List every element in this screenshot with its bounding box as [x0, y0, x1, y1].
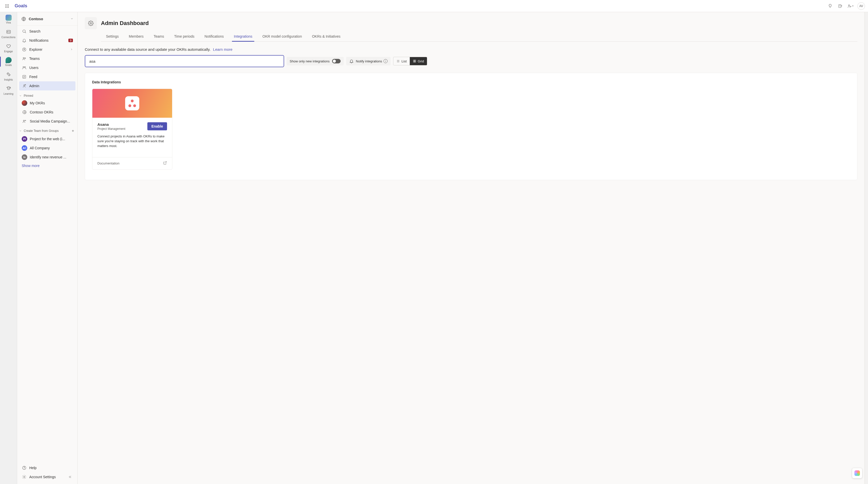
- nav-notifications[interactable]: Notifications 9: [19, 36, 75, 45]
- people-icon: [22, 118, 27, 124]
- integration-category: Project Management: [97, 127, 125, 131]
- svg-point-17: [23, 48, 26, 51]
- tab-okrs-initiatives[interactable]: OKRs & Initiatives: [307, 32, 345, 41]
- avatar-icon: [22, 100, 27, 106]
- view-switch: List Grid: [393, 57, 427, 65]
- group-identify-revenue[interactable]: In Identify new revenue ...: [19, 152, 75, 162]
- immersive-reader-icon[interactable]: [836, 1, 845, 10]
- app-title[interactable]: Goals: [14, 3, 27, 8]
- integrations-panel: Data Integrations Asana Project Manageme…: [85, 73, 858, 180]
- info-icon[interactable]: i: [383, 59, 388, 63]
- rail-learning[interactable]: Learning: [0, 83, 17, 97]
- pin-label: Social Media Campaign...: [30, 119, 70, 123]
- rail-label: Viva: [6, 21, 11, 24]
- toggle-switch[interactable]: [332, 59, 341, 63]
- svg-rect-34: [413, 61, 414, 62]
- rail-label: Engage: [4, 50, 12, 53]
- svg-rect-33: [414, 60, 415, 61]
- nav-teams[interactable]: Teams: [19, 54, 75, 63]
- view-list-button[interactable]: List: [393, 57, 409, 65]
- connections-icon: [5, 28, 12, 35]
- admin-icon: [22, 83, 27, 88]
- svg-point-24: [25, 84, 26, 85]
- tabs: Settings Members Teams Time periods Noti…: [101, 32, 858, 42]
- rail-label: Learning: [3, 92, 13, 95]
- svg-point-21: [25, 67, 26, 68]
- integrations-search[interactable]: [85, 55, 284, 67]
- notify-label: Notify integrations: [356, 59, 382, 63]
- nav-label: Admin: [29, 84, 39, 88]
- search-input[interactable]: [89, 59, 280, 63]
- tab-integrations[interactable]: Integrations: [229, 32, 257, 41]
- tab-members[interactable]: Members: [124, 32, 149, 41]
- group-all-company[interactable]: AC All Company: [19, 143, 75, 152]
- nav-admin[interactable]: Admin: [19, 81, 75, 90]
- documentation-link[interactable]: Documentation: [97, 162, 119, 165]
- nav-users[interactable]: Users: [19, 63, 75, 72]
- tab-okr-model[interactable]: OKR model configuration: [257, 32, 307, 41]
- feed-icon: [22, 74, 27, 79]
- show-more-link[interactable]: Show more: [17, 162, 78, 170]
- chevron-down-icon: [19, 129, 23, 133]
- tab-time-periods[interactable]: Time periods: [169, 32, 199, 41]
- notification-badge: 9: [68, 39, 73, 42]
- rail-connections[interactable]: Connections: [0, 26, 17, 40]
- svg-point-27: [25, 120, 26, 121]
- svg-point-5: [8, 5, 9, 6]
- enable-button[interactable]: Enable: [147, 122, 167, 130]
- copilot-button[interactable]: [852, 468, 863, 479]
- rail-viva[interactable]: Viva: [0, 12, 17, 26]
- tab-notifications[interactable]: Notifications: [199, 32, 229, 41]
- user-avatar[interactable]: AV: [858, 2, 865, 10]
- scrollbar[interactable]: [865, 0, 868, 484]
- tab-teams[interactable]: Teams: [149, 32, 169, 41]
- svg-point-3: [5, 5, 6, 6]
- rail-insights[interactable]: Insights: [0, 69, 17, 83]
- card-hero: [92, 89, 172, 118]
- globe-icon: [21, 17, 26, 22]
- search-icon: [22, 29, 27, 34]
- nav-explorer[interactable]: Explorer: [19, 45, 75, 54]
- pinned-contoso-okrs[interactable]: Contoso OKRs: [19, 108, 75, 117]
- nav-feed[interactable]: Feed: [19, 72, 75, 81]
- pinned-social[interactable]: Social Media Campaign...: [19, 117, 75, 126]
- svg-point-23: [24, 85, 25, 86]
- app-launcher-icon[interactable]: [3, 2, 11, 10]
- gear-icon: [22, 475, 27, 480]
- nav-label: Feed: [29, 75, 37, 79]
- groups-header[interactable]: Create Team from Groups: [17, 126, 78, 134]
- nav-label: Search: [29, 29, 40, 33]
- external-link-icon[interactable]: [163, 161, 167, 166]
- svg-point-11: [850, 6, 851, 7]
- svg-point-7: [7, 7, 7, 7]
- integration-name: Asana: [97, 122, 125, 126]
- integration-card-asana: Asana Project Management Enable Connect …: [92, 89, 172, 170]
- svg-rect-32: [413, 60, 414, 61]
- add-group-button[interactable]: [70, 128, 75, 133]
- pinned-header[interactable]: Pinned: [17, 91, 78, 98]
- nav-search[interactable]: Search: [19, 27, 75, 36]
- pinned-my-okrs[interactable]: My OKRs: [19, 98, 75, 108]
- rail-goals[interactable]: Goals: [0, 55, 17, 69]
- group-project-web[interactable]: Pf Project for the web (i...: [19, 134, 75, 143]
- view-grid-button[interactable]: Grid: [410, 57, 427, 65]
- page-subtext: Connect to any available data source and…: [85, 47, 213, 52]
- svg-point-6: [5, 7, 6, 7]
- nav-account-settings[interactable]: Account Settings: [19, 473, 75, 482]
- org-selector[interactable]: Contoso: [17, 12, 78, 26]
- group-avatar: Pf: [22, 136, 27, 142]
- rail-label: Connections: [1, 36, 16, 39]
- tips-icon[interactable]: [826, 1, 835, 10]
- nav-help[interactable]: Help: [19, 463, 75, 473]
- tab-settings[interactable]: Settings: [101, 32, 124, 41]
- goals-icon: [5, 57, 11, 63]
- rail-engage[interactable]: Engage: [0, 40, 17, 55]
- svg-rect-35: [414, 61, 415, 62]
- collapse-sidebar-button[interactable]: [67, 474, 73, 480]
- copilot-icon: [855, 471, 860, 476]
- people-settings-icon[interactable]: ▾: [846, 1, 855, 10]
- view-label: List: [401, 59, 406, 63]
- notify-integrations[interactable]: Notify integrations i: [346, 57, 391, 65]
- section-title: Data Integrations: [92, 80, 850, 84]
- learn-more-link[interactable]: Learn more: [213, 47, 232, 52]
